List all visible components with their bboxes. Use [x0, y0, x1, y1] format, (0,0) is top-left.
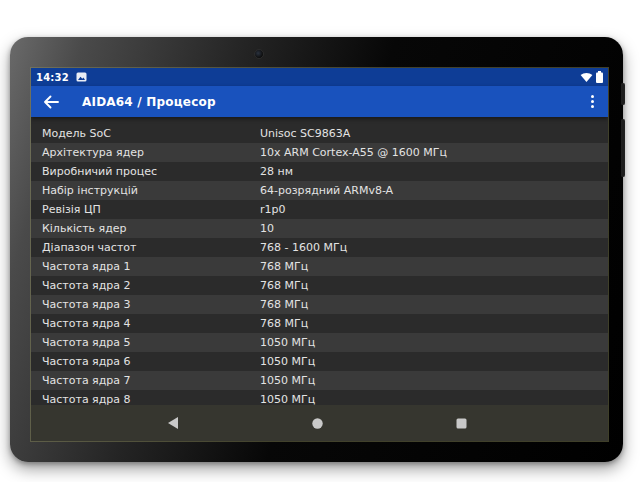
- table-row: Виробничий процес28 нм: [31, 162, 608, 181]
- row-value: Unisoc SC9863A: [260, 127, 350, 140]
- nav-back-button[interactable]: [155, 405, 191, 441]
- table-row: Набір інструкцій64-розрядний ARMv8-A: [31, 181, 608, 200]
- nav-home-icon: [312, 418, 323, 429]
- nav-recents-button[interactable]: [443, 405, 479, 441]
- table-row: Модель SoCUnisoc SC9863A: [31, 124, 608, 143]
- row-value: 1050 МГц: [260, 355, 315, 368]
- power-button[interactable]: [621, 83, 625, 105]
- arrow-left-icon: [43, 95, 59, 109]
- table-row: Ревізія ЦПr1p0: [31, 200, 608, 219]
- row-label: Частота ядра 7: [42, 374, 131, 387]
- cpu-info-list[interactable]: Модель SoCUnisoc SC9863AАрхітектура ядер…: [31, 117, 608, 405]
- row-label: Виробничий процес: [42, 165, 157, 178]
- table-row: Частота ядра 71050 МГц: [31, 371, 608, 390]
- back-button[interactable]: [43, 95, 59, 109]
- table-row: Діапазон частот768 - 1600 МГц: [31, 238, 608, 257]
- battery-icon: [596, 71, 603, 83]
- row-label: Набір інструкцій: [42, 184, 138, 197]
- row-value: 768 МГц: [260, 260, 308, 273]
- clock: 14:32: [36, 72, 69, 83]
- navigation-bar: [31, 405, 608, 441]
- overflow-menu-button[interactable]: [589, 92, 596, 111]
- row-value: 1050 МГц: [260, 374, 315, 387]
- row-label: Частота ядра 8: [42, 393, 131, 405]
- row-label: Модель SoC: [42, 127, 111, 140]
- wifi-icon: [580, 72, 593, 82]
- row-label: Діапазон частот: [42, 241, 136, 254]
- nav-home-button[interactable]: [300, 405, 336, 441]
- table-row: Частота ядра 81050 МГц: [31, 390, 608, 405]
- row-label: Частота ядра 6: [42, 355, 131, 368]
- page-title: AIDA64 / Процесор: [82, 95, 216, 109]
- row-value: 1050 МГц: [260, 393, 315, 405]
- kebab-menu-icon: [591, 95, 594, 98]
- row-label: Ревізія ЦП: [42, 203, 101, 216]
- table-row: Частота ядра 4768 МГц: [31, 314, 608, 333]
- row-label: Частота ядра 5: [42, 336, 131, 349]
- table-row: Частота ядра 2768 МГц: [31, 276, 608, 295]
- row-value: 64-розрядний ARMv8-A: [260, 184, 393, 197]
- volume-rocker[interactable]: [621, 119, 625, 177]
- row-value: 768 МГц: [260, 298, 308, 311]
- row-value: 768 МГц: [260, 279, 308, 292]
- table-row: Частота ядра 1768 МГц: [31, 257, 608, 276]
- table-row: Частота ядра 51050 МГц: [31, 333, 608, 352]
- row-label: Частота ядра 4: [42, 317, 131, 330]
- nav-recents-icon: [456, 418, 467, 429]
- table-row: Архітектура ядер10x ARM Cortex-A55 @ 160…: [31, 143, 608, 162]
- row-value: 28 нм: [260, 165, 293, 178]
- row-label: Частота ядра 1: [42, 260, 131, 273]
- row-label: Частота ядра 2: [42, 279, 131, 292]
- row-value: 768 МГц: [260, 317, 308, 330]
- row-label: Кількість ядер: [42, 222, 127, 235]
- row-label: Частота ядра 3: [42, 298, 131, 311]
- table-row: Частота ядра 61050 МГц: [31, 352, 608, 371]
- table-row: Частота ядра 3768 МГц: [31, 295, 608, 314]
- screenshot-notification-icon: [76, 72, 87, 82]
- row-value: 10: [260, 222, 274, 235]
- row-value: 10x ARM Cortex-A55 @ 1600 МГц: [260, 146, 447, 159]
- tablet-frame: 14:32: [10, 37, 623, 462]
- row-value: 768 - 1600 МГц: [260, 241, 347, 254]
- front-camera: [254, 49, 264, 59]
- nav-back-icon: [168, 417, 178, 429]
- screen: 14:32: [31, 68, 608, 441]
- table-row: Кількість ядер10: [31, 219, 608, 238]
- row-value: 1050 МГц: [260, 336, 315, 349]
- app-bar: AIDA64 / Процесор: [31, 86, 608, 117]
- row-value: r1p0: [260, 203, 286, 216]
- row-label: Архітектура ядер: [42, 146, 144, 159]
- status-bar: 14:32: [31, 68, 608, 86]
